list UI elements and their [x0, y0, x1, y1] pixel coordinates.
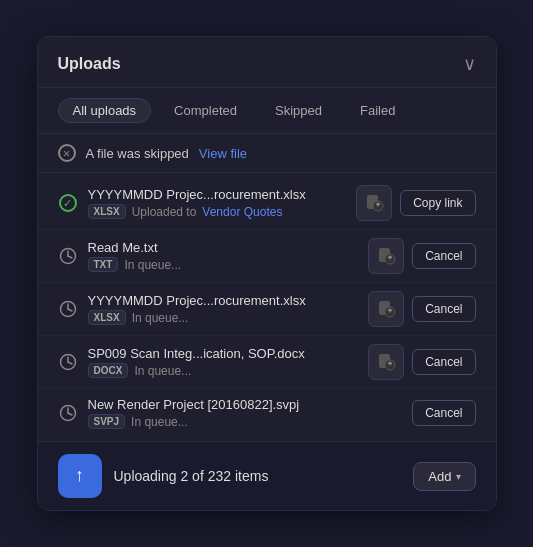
copy-link-button[interactable]: Copy link [400, 190, 475, 216]
panel-header: Uploads ∨ [38, 37, 496, 88]
item-name: YYYYMMDD Projec...rocurement.xlsx [88, 293, 359, 308]
item-info: New Render Project [20160822].svpj SVPJ … [88, 397, 403, 429]
completed-icon [58, 193, 78, 213]
upload-thumb [368, 344, 404, 380]
item-name: SP009 Scan Integ...ication, SOP.docx [88, 346, 359, 361]
table-row: New Render Project [20160822].svpj SVPJ … [38, 389, 496, 437]
item-status-text: In queue... [134, 364, 191, 378]
svg-line-4 [68, 256, 72, 258]
view-file-link[interactable]: View file [199, 146, 247, 161]
item-info: Read Me.txt TXT In queue... [88, 240, 359, 272]
item-name: Read Me.txt [88, 240, 359, 255]
item-meta: TXT In queue... [88, 257, 359, 272]
table-row: Read Me.txt TXT In queue... Cancel [38, 230, 496, 283]
skipped-banner: A file was skipped View file [38, 134, 496, 173]
thumb-icon [376, 299, 396, 319]
add-chevron-icon: ▾ [456, 471, 461, 482]
clock-icon [59, 404, 77, 422]
thumb-icon [376, 352, 396, 372]
item-actions: Copy link [356, 185, 475, 221]
add-label: Add [428, 469, 451, 484]
item-info: YYYYMMDD Projec...rocurement.xlsx XLSX I… [88, 293, 359, 325]
file-badge: XLSX [88, 310, 126, 325]
item-actions: Cancel [412, 400, 475, 426]
item-info: YYYYMMDD Projec...rocurement.xlsx XLSX U… [88, 187, 347, 219]
item-meta: XLSX In queue... [88, 310, 359, 325]
skip-icon [58, 144, 76, 162]
queue-icon [58, 352, 78, 372]
item-status-text: In queue... [124, 258, 181, 272]
tab-completed[interactable]: Completed [159, 98, 252, 123]
footer-status-text: Uploading 2 of 232 items [114, 468, 402, 484]
svg-line-9 [68, 309, 72, 311]
clock-icon [59, 353, 77, 371]
item-status-text: Uploaded to [132, 205, 197, 219]
thumb-icon [364, 193, 384, 213]
check-circle [59, 194, 77, 212]
cancel-button[interactable]: Cancel [412, 349, 475, 375]
clock-icon [59, 247, 77, 265]
queue-icon [58, 403, 78, 423]
panel-title: Uploads [58, 55, 121, 73]
file-badge: TXT [88, 257, 119, 272]
queue-icon [58, 299, 78, 319]
thumb-icon [376, 246, 396, 266]
upload-thumb [368, 238, 404, 274]
item-meta: XLSX Uploaded to Vendor Quotes [88, 204, 347, 219]
item-actions: Cancel [368, 344, 475, 380]
item-meta: SVPJ In queue... [88, 414, 403, 429]
file-badge: DOCX [88, 363, 129, 378]
item-name: YYYYMMDD Projec...rocurement.xlsx [88, 187, 347, 202]
tab-all-uploads[interactable]: All uploads [58, 98, 152, 123]
tab-failed[interactable]: Failed [345, 98, 410, 123]
tabs-bar: All uploads Completed Skipped Failed [38, 88, 496, 134]
file-badge: XLSX [88, 204, 126, 219]
item-meta: DOCX In queue... [88, 363, 359, 378]
item-actions: Cancel [368, 238, 475, 274]
table-row: SP009 Scan Integ...ication, SOP.docx DOC… [38, 336, 496, 389]
svg-line-14 [68, 362, 72, 364]
collapse-button[interactable]: ∨ [463, 53, 476, 75]
item-info: SP009 Scan Integ...ication, SOP.docx DOC… [88, 346, 359, 378]
upload-thumb [368, 291, 404, 327]
cancel-button[interactable]: Cancel [412, 400, 475, 426]
tab-skipped[interactable]: Skipped [260, 98, 337, 123]
upload-thumb [356, 185, 392, 221]
queue-icon [58, 246, 78, 266]
table-row: YYYYMMDD Projec...rocurement.xlsx XLSX U… [38, 177, 496, 230]
item-status-text: In queue... [131, 415, 188, 429]
item-actions: Cancel [368, 291, 475, 327]
upload-arrow-icon: ↑ [75, 465, 84, 486]
skipped-text: A file was skipped [86, 146, 189, 161]
file-badge: SVPJ [88, 414, 126, 429]
item-status-text: In queue... [132, 311, 189, 325]
table-row: YYYYMMDD Projec...rocurement.xlsx XLSX I… [38, 283, 496, 336]
upload-list: YYYYMMDD Projec...rocurement.xlsx XLSX U… [38, 173, 496, 441]
clock-icon [59, 300, 77, 318]
cancel-button[interactable]: Cancel [412, 296, 475, 322]
uploads-panel: Uploads ∨ All uploads Completed Skipped … [37, 36, 497, 511]
upload-button[interactable]: ↑ [58, 454, 102, 498]
vendor-quotes-link[interactable]: Vendor Quotes [202, 205, 282, 219]
panel-footer: ↑ Uploading 2 of 232 items Add ▾ [38, 441, 496, 510]
svg-line-19 [68, 413, 72, 415]
add-button[interactable]: Add ▾ [413, 462, 475, 491]
cancel-button[interactable]: Cancel [412, 243, 475, 269]
item-name: New Render Project [20160822].svpj [88, 397, 403, 412]
